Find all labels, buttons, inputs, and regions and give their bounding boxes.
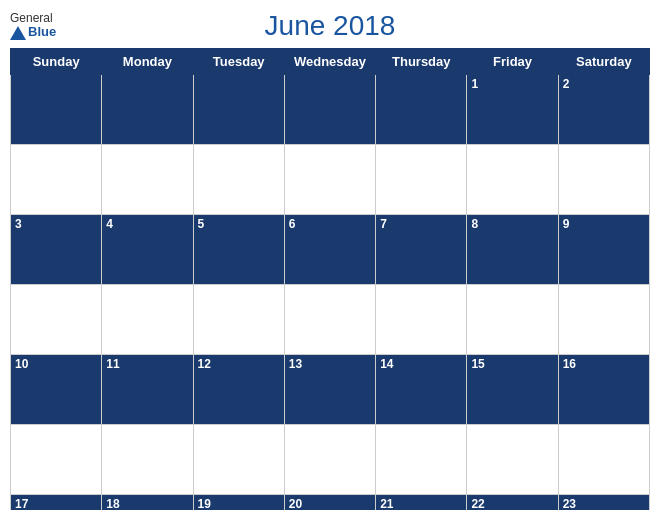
week-3-day-7-num: 16 bbox=[558, 355, 649, 425]
week-3-day-7-content bbox=[558, 425, 649, 495]
week-2-day-6-num: 8 bbox=[467, 215, 558, 285]
header: General Blue June 2018 bbox=[10, 10, 650, 42]
week-3-day-4-num: 13 bbox=[284, 355, 375, 425]
week-3-day-5-content bbox=[376, 425, 467, 495]
week-4-day-3-num: 19 bbox=[193, 495, 284, 511]
week-2-day-7-content bbox=[558, 285, 649, 355]
week-3-day-6-content bbox=[467, 425, 558, 495]
week-4-day-4-num: 20 bbox=[284, 495, 375, 511]
week-3-num-row: 10111213141516 bbox=[11, 355, 650, 425]
week-3-day-4-content bbox=[284, 425, 375, 495]
logo: General Blue bbox=[10, 12, 56, 39]
week-1-day-4-content bbox=[284, 145, 375, 215]
week-3-content-row bbox=[11, 425, 650, 495]
week-3-day-2-content bbox=[102, 425, 193, 495]
week-2-day-4-content bbox=[284, 285, 375, 355]
week-2-day-5-content bbox=[376, 285, 467, 355]
week-2-day-6-content bbox=[467, 285, 558, 355]
week-2-day-2-num: 4 bbox=[102, 215, 193, 285]
week-1-content-row bbox=[11, 145, 650, 215]
col-thursday: Thursday bbox=[376, 49, 467, 75]
week-4-day-6-num: 22 bbox=[467, 495, 558, 511]
week-4-day-1-num: 17 bbox=[11, 495, 102, 511]
col-sunday: Sunday bbox=[11, 49, 102, 75]
week-4-num-row: 17181920212223 bbox=[11, 495, 650, 511]
week-1-day-3-content bbox=[193, 145, 284, 215]
logo-blue-bar: Blue bbox=[10, 25, 56, 39]
week-4-day-7-num: 23 bbox=[558, 495, 649, 511]
week-2-content-row bbox=[11, 285, 650, 355]
calendar-title: June 2018 bbox=[265, 10, 396, 42]
week-1-day-5-num bbox=[376, 75, 467, 145]
week-1-day-2-num bbox=[102, 75, 193, 145]
week-3-day-6-num: 15 bbox=[467, 355, 558, 425]
week-1-day-6-content bbox=[467, 145, 558, 215]
week-2-day-1-num: 3 bbox=[11, 215, 102, 285]
week-3-day-5-num: 14 bbox=[376, 355, 467, 425]
col-friday: Friday bbox=[467, 49, 558, 75]
week-1-day-4-num bbox=[284, 75, 375, 145]
col-monday: Monday bbox=[102, 49, 193, 75]
col-tuesday: Tuesday bbox=[193, 49, 284, 75]
week-2-day-3-content bbox=[193, 285, 284, 355]
week-1-day-7-num: 2 bbox=[558, 75, 649, 145]
week-3-day-3-content bbox=[193, 425, 284, 495]
col-saturday: Saturday bbox=[558, 49, 649, 75]
week-2-day-3-num: 5 bbox=[193, 215, 284, 285]
logo-blue-text: Blue bbox=[28, 25, 56, 39]
week-1-day-5-content bbox=[376, 145, 467, 215]
week-2-day-1-content bbox=[11, 285, 102, 355]
col-wednesday: Wednesday bbox=[284, 49, 375, 75]
week-3-day-1-content bbox=[11, 425, 102, 495]
week-2-num-row: 3456789 bbox=[11, 215, 650, 285]
week-4-day-5-num: 21 bbox=[376, 495, 467, 511]
week-2-day-2-content bbox=[102, 285, 193, 355]
week-1-day-7-content bbox=[558, 145, 649, 215]
calendar-table: Sunday Monday Tuesday Wednesday Thursday… bbox=[10, 48, 650, 510]
week-1-day-3-num bbox=[193, 75, 284, 145]
week-1-day-6-num: 1 bbox=[467, 75, 558, 145]
week-4-day-2-num: 18 bbox=[102, 495, 193, 511]
week-1-day-1-num bbox=[11, 75, 102, 145]
week-1-num-row: 12 bbox=[11, 75, 650, 145]
week-3-day-2-num: 11 bbox=[102, 355, 193, 425]
week-2-day-4-num: 6 bbox=[284, 215, 375, 285]
week-3-day-1-num: 10 bbox=[11, 355, 102, 425]
week-2-day-7-num: 9 bbox=[558, 215, 649, 285]
week-1-day-1-content bbox=[11, 145, 102, 215]
logo-triangle-icon bbox=[10, 26, 26, 40]
weekday-header-row: Sunday Monday Tuesday Wednesday Thursday… bbox=[11, 49, 650, 75]
week-1-day-2-content bbox=[102, 145, 193, 215]
week-2-day-5-num: 7 bbox=[376, 215, 467, 285]
week-3-day-3-num: 12 bbox=[193, 355, 284, 425]
